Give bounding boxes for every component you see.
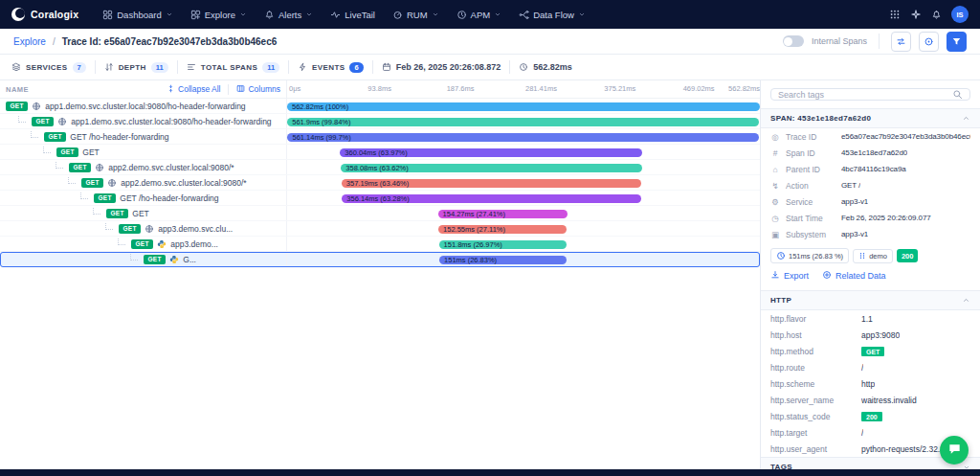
python-icon xyxy=(157,239,167,249)
span-row-9[interactable]: GETapp3.demo.svc.clu...152.55ms (27.11%) xyxy=(0,221,760,237)
name-column-header: NAME Collapse All Columns xyxy=(0,80,287,98)
span-row-4[interactable]: GETGET360.04ms (63.97%) xyxy=(0,145,760,160)
method-badge: GET xyxy=(106,209,128,218)
method-badge: GET xyxy=(144,255,166,264)
filter-events[interactable]: EVENTS6 xyxy=(298,62,364,73)
coralogix-app: Coralogix DashboardExploreAlertsLiveTail… xyxy=(0,0,980,476)
download-icon xyxy=(770,270,780,282)
http-section-header[interactable]: HTTP xyxy=(761,290,980,310)
divider xyxy=(372,60,373,74)
filter-depth[interactable]: DEPTH11 xyxy=(104,62,168,73)
filter-count-badge: 11 xyxy=(151,62,168,73)
globe-icon xyxy=(57,117,67,126)
span-row-5[interactable]: GETapp2.demo.svc.cluster.local:9080/*358… xyxy=(0,160,760,175)
span-section-header[interactable]: SPAN: 453e1e18ed7a62d0 xyxy=(761,108,980,128)
search-icon xyxy=(952,89,963,100)
duration-bar[interactable]: 151.8ms (26.97%) xyxy=(439,240,567,249)
span-name-cell: GETapp3.demo... xyxy=(0,237,287,251)
nav-item-data-flow[interactable]: Data Flow xyxy=(512,6,592,24)
span-row-1[interactable]: GETapp1.demo.svc.cluster.local:9080/ho-h… xyxy=(0,99,760,114)
method-badge: GET xyxy=(69,163,91,172)
http-attr-row: http.methodGET xyxy=(761,343,980,359)
chevron-down-icon xyxy=(432,11,439,18)
span-row-11[interactable]: GETG...151ms (26.83%) xyxy=(0,252,760,267)
span-details-panel: SPAN: 453e1e18ed7a62d0 ◎Trace IDe56a07ea… xyxy=(761,80,980,469)
duration-bar[interactable]: 357.19ms (63.46%) xyxy=(342,179,641,188)
nav-item-explore[interactable]: Explore xyxy=(184,6,254,24)
sparkle-icon[interactable] xyxy=(910,9,922,20)
duration-bar[interactable]: 152.55ms (27.11%) xyxy=(438,225,567,234)
span-row-10[interactable]: GETapp3.demo...151.8ms (26.97%) xyxy=(0,237,760,252)
duration-bar[interactable]: 358.08ms (63.62%) xyxy=(341,164,641,172)
search-tags-input[interactable] xyxy=(778,90,952,100)
duration-bar[interactable]: 356.14ms (63.28%) xyxy=(342,194,641,203)
nav-item-alerts[interactable]: Alerts xyxy=(257,6,320,24)
breadcrumb-explore-link[interactable]: Explore xyxy=(13,36,46,47)
internal-spans-toggle[interactable] xyxy=(783,35,804,47)
duration-bar[interactable]: 360.04ms (63.97%) xyxy=(340,148,642,157)
span-bar-area: 154.27ms (27.41%) xyxy=(287,206,760,220)
field-value: GET / xyxy=(841,181,860,190)
filter-total-spans[interactable]: TOTAL SPANS11 xyxy=(187,62,279,73)
globe-icon xyxy=(145,224,154,234)
duration-bar[interactable]: 154.27ms (27.41%) xyxy=(438,210,568,218)
columns-button[interactable]: Columns xyxy=(228,84,280,95)
apps-grid-icon[interactable] xyxy=(889,9,901,20)
span-label: app1.demo.svc.cluster.local:9080/ho-head… xyxy=(71,117,271,126)
duration-bar[interactable]: 562.82ms (100%) xyxy=(287,102,760,111)
span-row-8[interactable]: GETGET154.27ms (27.41%) xyxy=(0,206,760,221)
bell-icon[interactable] xyxy=(931,10,942,20)
avatar[interactable]: IS xyxy=(951,6,969,23)
duration-bar[interactable]: 151ms (26.83%) xyxy=(439,256,567,264)
nav-item-label: Data Flow xyxy=(533,10,574,20)
duration-bar[interactable]: 561.9ms (99.84%) xyxy=(287,118,759,126)
filter-button[interactable] xyxy=(947,32,967,52)
globe-icon xyxy=(32,102,41,111)
field-label: Start Time xyxy=(786,214,835,223)
span-row-7[interactable]: GETGET /ho-header-forwarding356.14ms (63… xyxy=(0,191,760,206)
detail-field-span-id: #Span ID453e1c18ed7a62d0 xyxy=(761,145,980,161)
nav-item-apm[interactable]: APM xyxy=(450,6,509,24)
http-attr-key: http.method xyxy=(770,347,861,356)
span-row-3[interactable]: GETGET /ho-header-forwarding561.14ms (99… xyxy=(0,129,760,145)
main-content: NAME Collapse All Columns 0μs93.8ms187.6… xyxy=(0,80,980,469)
detail-field-service: ⚙Serviceapp3-v1 xyxy=(761,193,980,210)
span-row-2[interactable]: GETapp1.demo.svc.cluster.local:9080/ho-h… xyxy=(0,114,760,129)
nav-item-label: Explore xyxy=(205,10,235,20)
start-time-icon: ◷ xyxy=(770,214,780,223)
view-options-button[interactable] xyxy=(919,32,939,52)
chevron-down-icon xyxy=(166,11,173,18)
span-row-6[interactable]: GETapp2.demo.svc.cluster.local:9080/*357… xyxy=(0,175,760,191)
tree-connector-icon xyxy=(130,254,138,261)
compare-button[interactable] xyxy=(891,32,911,52)
filter-services[interactable]: SERVICES7 xyxy=(11,62,86,73)
span-name-cell: GETapp1.demo.svc.cluster.local:9080/ho-h… xyxy=(0,99,287,113)
columns-icon xyxy=(236,84,245,95)
nav-item-rum[interactable]: RUM xyxy=(386,6,446,24)
trace-waterfall: NAME Collapse All Columns 0μs93.8ms187.6… xyxy=(0,80,761,469)
timeline-ruler: 0μs93.8ms187.6ms281.41ms375.21ms469.02ms… xyxy=(287,80,760,98)
span-bar-area: 357.19ms (63.46%) xyxy=(287,175,760,190)
detail-field-parent-id: ⌂Parent ID4bc784116c19ca9a xyxy=(761,161,980,177)
http-attr-value: / xyxy=(861,363,863,373)
app-badge: demo xyxy=(853,249,893,263)
field-value: 4bc784116c19ca9a xyxy=(841,165,906,173)
nav-item-livetail[interactable]: LiveTail xyxy=(323,6,382,24)
field-label: Subsystem xyxy=(786,230,835,239)
http-attr-key: http.host xyxy=(770,330,861,340)
export-button[interactable]: Export xyxy=(770,270,809,282)
related-data-button[interactable]: Related Data xyxy=(822,270,886,282)
duration-label: 356.14ms (63.28%) xyxy=(342,194,641,203)
span-bar-area: 151.8ms (26.97%) xyxy=(287,237,760,251)
duration-bar[interactable]: 561.14ms (99.7%) xyxy=(287,133,759,142)
brand[interactable]: Coralogix xyxy=(11,8,78,21)
navbar-right: IS xyxy=(889,6,969,23)
nav-item-label: Alerts xyxy=(278,10,301,20)
span-name-cell: GETGET /ho-header-forwarding xyxy=(0,129,287,144)
collapse-all-button[interactable]: Collapse All xyxy=(167,84,220,95)
method-badge: GET xyxy=(119,224,141,234)
http-attr-key: http.target xyxy=(770,428,861,438)
time-range[interactable]: Feb 26, 2025 20:26:08.872 xyxy=(382,62,501,72)
chat-widget-button[interactable] xyxy=(940,436,969,465)
nav-item-dashboard[interactable]: Dashboard xyxy=(96,6,179,24)
